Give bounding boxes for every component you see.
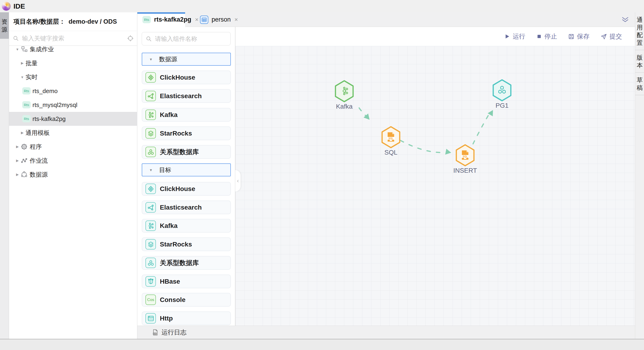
component-search-input[interactable] xyxy=(154,35,233,43)
svg-text:LOG: LOG xyxy=(153,333,156,334)
console-icon: Cos xyxy=(146,294,156,305)
arrowhead-icon xyxy=(445,149,451,155)
component-关系型数据库[interactable]: 关系型数据库 xyxy=(142,145,231,159)
sitemap-icon xyxy=(21,46,28,53)
component-Console[interactable]: CosConsole xyxy=(142,293,231,307)
save-button[interactable]: 保存 xyxy=(568,32,590,41)
node-label-pg1: PG1 xyxy=(479,102,525,109)
node-sql[interactable]: SQL xyxy=(381,126,401,149)
tree-item-label: 批量 xyxy=(26,59,38,67)
play-icon xyxy=(504,34,510,40)
rail-tab-version[interactable]: 版本 xyxy=(635,50,644,73)
tab-rts-kafka2pg[interactable]: Rts rts-kafka2pg × xyxy=(137,12,185,27)
sidebar-search-input[interactable] xyxy=(22,35,127,42)
log-file-icon: LOG xyxy=(152,329,159,336)
tree-item-rts_demo[interactable]: Rtsrts_demo xyxy=(9,84,137,98)
tree-item-批量[interactable]: ▶批量 xyxy=(9,56,137,70)
component-StarRocks[interactable]: StarRocks xyxy=(142,237,231,251)
stop-icon xyxy=(536,34,542,39)
datasource-icon xyxy=(21,171,28,178)
stop-button[interactable]: 停止 xyxy=(536,32,557,41)
caret-right-icon[interactable]: ▶ xyxy=(15,172,20,177)
component-label: StarRocks xyxy=(160,241,192,248)
starrocks-icon xyxy=(146,239,156,249)
tree-item-实时[interactable]: ▼实时 xyxy=(9,70,137,84)
tree-item-rts_mysql2mysql[interactable]: Rtsrts_mysql2mysql xyxy=(9,98,137,112)
http-icon: HTTP:// xyxy=(146,313,156,323)
run-button[interactable]: 运行 xyxy=(504,32,525,41)
node-label-insert: INSERT xyxy=(442,167,488,174)
top-bar: IDE xyxy=(0,0,644,13)
tree-item-通用模板[interactable]: ▶通用模板 xyxy=(9,126,137,140)
collapse-panel-handle[interactable]: ‹ xyxy=(235,170,240,191)
caret-right-icon[interactable]: ▶ xyxy=(20,61,25,65)
run-log-bar[interactable]: LOG 运行日志 xyxy=(137,326,635,339)
tree-item-作业流[interactable]: ▶作业流 xyxy=(9,154,137,168)
elasticsearch-icon xyxy=(146,91,156,101)
tree-item-数据源[interactable]: ▶数据源 xyxy=(9,168,137,181)
chevron-left-icon: ‹ xyxy=(237,178,239,184)
node-kafka[interactable] xyxy=(334,80,354,103)
app-title: IDE xyxy=(14,2,25,10)
component-Elasticsearch[interactable]: Elasticsearch xyxy=(142,89,231,103)
rdb-icon xyxy=(146,147,156,157)
section-header-目标[interactable]: ▼目标 xyxy=(142,163,231,176)
component-label: StarRocks xyxy=(160,130,192,137)
component-Elasticsearch[interactable]: Elasticsearch xyxy=(142,201,231,214)
rts-badge: Rts xyxy=(22,101,30,108)
close-icon[interactable]: × xyxy=(195,16,198,23)
flow-canvas[interactable]: KafkaSQLSQLSQLINSERTPG1 xyxy=(235,46,635,326)
tree-item-label: 程序 xyxy=(30,143,42,151)
left-rail xyxy=(0,12,9,339)
tree-item-label: 通用模板 xyxy=(26,129,50,137)
node-insert[interactable]: SQL xyxy=(455,144,475,167)
hbase-icon xyxy=(146,276,156,287)
caret-right-icon[interactable]: ▶ xyxy=(15,159,20,163)
rail-tab-resources[interactable]: 资源 xyxy=(0,12,9,39)
node-pg1[interactable] xyxy=(492,79,512,102)
caret-down-icon[interactable]: ▼ xyxy=(15,47,20,51)
caret-right-icon[interactable]: ▶ xyxy=(15,145,20,149)
component-label: Console xyxy=(160,296,185,303)
component-Http[interactable]: HTTP://Http xyxy=(142,311,231,325)
submit-button[interactable]: 提交 xyxy=(600,32,622,41)
kafka-icon xyxy=(146,220,156,231)
double-chevron-down-icon[interactable] xyxy=(621,17,629,24)
close-icon[interactable]: × xyxy=(234,16,238,23)
component-Kafka[interactable]: Kafka xyxy=(142,219,231,233)
component-label: Elasticsearch xyxy=(160,92,202,100)
svg-text:SQL: SQL xyxy=(388,137,394,140)
rdb-icon xyxy=(146,258,156,268)
section-header-数据源[interactable]: ▼数据源 xyxy=(142,53,231,66)
rts-badge: Rts xyxy=(142,16,151,23)
component-label: Http xyxy=(160,315,173,322)
component-ClickHouse[interactable]: ClickHouse xyxy=(142,182,231,196)
tree-item-集成作业[interactable]: ▼集成作业 xyxy=(9,42,137,56)
elasticsearch-icon xyxy=(146,202,156,213)
tab-person[interactable]: person × xyxy=(200,12,238,27)
sql-glyph: SQL xyxy=(455,144,475,167)
tree-item-label: 数据源 xyxy=(30,171,48,179)
caret-down-icon[interactable]: ▼ xyxy=(20,75,25,79)
gear-icon xyxy=(21,143,28,150)
component-关系型数据库[interactable]: 关系型数据库 xyxy=(142,256,231,270)
tree-item-rts-kafka2pg[interactable]: Rtsrts-kafka2pg xyxy=(9,112,137,126)
caret-right-icon[interactable]: ▶ xyxy=(20,131,25,135)
tree-item-程序[interactable]: ▶程序 xyxy=(9,140,137,154)
component-StarRocks[interactable]: StarRocks xyxy=(142,127,231,140)
sql-glyph: SQL xyxy=(381,126,401,149)
button-label: 停止 xyxy=(544,32,557,41)
rail-tab-draft[interactable]: 草稿 xyxy=(635,73,644,95)
kafka-glyph xyxy=(334,80,354,103)
component-ClickHouse[interactable]: ClickHouse xyxy=(142,71,231,84)
project-value: demo-dev / ODS xyxy=(69,18,117,25)
rail-tab-common-config[interactable]: 通用配置 xyxy=(635,12,644,50)
component-Kafka[interactable]: Kafka xyxy=(142,108,231,122)
node-label-kafka: Kafka xyxy=(321,103,368,110)
locate-icon[interactable] xyxy=(127,35,134,42)
tree-item-label: 作业流 xyxy=(30,157,48,165)
caret-down-icon: ▼ xyxy=(149,168,153,172)
flow-edges xyxy=(236,46,635,326)
node-label-sql: SQL xyxy=(368,149,414,156)
component-HBase[interactable]: HBase xyxy=(142,274,231,288)
